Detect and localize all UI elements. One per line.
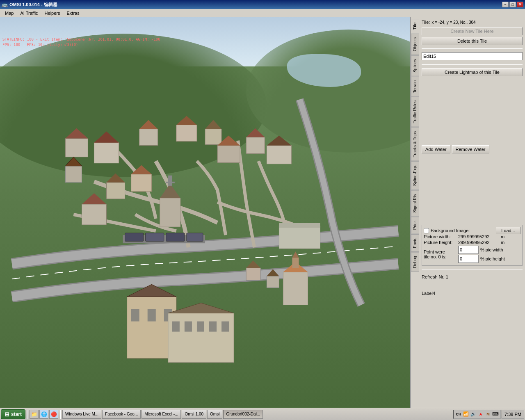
vtab-tile[interactable]: Tile bbox=[411, 19, 419, 33]
svg-rect-36 bbox=[82, 204, 106, 225]
vtab-spline-exp[interactable]: Spline-Exp. bbox=[411, 161, 419, 189]
tray-network[interactable]: 📶 bbox=[463, 411, 469, 418]
taskbar-omsi[interactable]: Omsi bbox=[207, 410, 222, 419]
tray-keyboard[interactable]: ⌨ bbox=[492, 411, 499, 418]
edit-field[interactable] bbox=[422, 52, 523, 60]
svg-marker-52 bbox=[292, 251, 299, 258]
svg-rect-2 bbox=[131, 309, 139, 321]
svg-rect-24 bbox=[205, 129, 221, 145]
vtab-signal-rts[interactable]: Signal Rts bbox=[411, 190, 419, 217]
svg-rect-26 bbox=[217, 146, 240, 163]
point-y-unit: % pic height bbox=[480, 256, 505, 261]
svg-rect-34 bbox=[131, 174, 152, 192]
start-button[interactable]: ⊞ start bbox=[1, 409, 25, 419]
menu-map[interactable]: Map bbox=[2, 10, 17, 16]
system-clock[interactable]: 7:39 PM bbox=[502, 410, 524, 419]
picture-height-value: 299.999995292 bbox=[458, 240, 499, 245]
viewport[interactable]: STATEINFO: 100 - Exit Item: 'SubScene'(N… bbox=[0, 17, 410, 408]
delete-tile-button[interactable]: Delete this Tile bbox=[422, 37, 523, 45]
svg-marker-23 bbox=[176, 116, 197, 125]
separator-1 bbox=[422, 48, 523, 49]
vtab-debug[interactable]: Debug bbox=[411, 252, 419, 272]
debug-line2: FPS: 100 - FPS: 10: (lastyrn/3)(0) bbox=[2, 42, 160, 48]
vtab-envir[interactable]: Envir. bbox=[411, 234, 419, 252]
maximize-button[interactable]: □ bbox=[509, 2, 516, 7]
svg-rect-22 bbox=[176, 125, 197, 142]
close-button[interactable]: ✕ bbox=[517, 2, 523, 7]
taskbar-facebook[interactable]: Facebook - Goo... bbox=[102, 410, 141, 419]
vtab-prior[interactable]: Prior. bbox=[411, 217, 419, 233]
taskbar-facebook-label: Facebook - Goo... bbox=[105, 412, 138, 416]
debug-overlay: STATEINFO: 100 - Exit Item: 'SubScene'(N… bbox=[2, 37, 160, 48]
add-water-button[interactable]: Add Water bbox=[422, 145, 450, 153]
bg-image-label: Background Image: bbox=[431, 228, 470, 233]
menu-ai-traffic[interactable]: AI Traffic bbox=[17, 10, 41, 16]
quicklaunch-ie[interactable]: 🌐 bbox=[39, 410, 48, 419]
taskbar-windows-live[interactable]: Windows Live M... bbox=[62, 410, 101, 419]
tray-sound[interactable]: 🔊 bbox=[470, 411, 477, 418]
taskbar-omsi-label: Omsi bbox=[210, 412, 219, 416]
svg-rect-8 bbox=[185, 322, 192, 332]
quicklaunch-folder[interactable]: 📁 bbox=[30, 410, 39, 419]
taskbar-grundorf[interactable]: Grundorf002-Dai... bbox=[223, 410, 263, 419]
picture-width-label: Picture width: bbox=[424, 234, 457, 239]
tray-antivirus[interactable]: M bbox=[485, 411, 491, 418]
taskbar-right: CH 📶 🔊 A M ⌨ 7:39 PM bbox=[453, 408, 524, 420]
vtab-objects[interactable]: Objects bbox=[411, 34, 419, 55]
tile-info-row: Tile: x = -24, y = 23, No.. 304 bbox=[422, 20, 523, 25]
svg-marker-31 bbox=[267, 136, 291, 146]
spacer-area-2 bbox=[422, 156, 523, 221]
menu-helpers[interactable]: Helpers bbox=[41, 10, 64, 16]
svg-rect-5 bbox=[168, 313, 234, 363]
svg-marker-1 bbox=[127, 284, 176, 297]
svg-marker-48 bbox=[267, 269, 279, 276]
app-title: OMSI 1.00.014 - 编辑器 bbox=[9, 2, 57, 8]
svg-rect-18 bbox=[94, 143, 119, 163]
vtab-traffic-rules[interactable]: Traffic Rules bbox=[411, 97, 419, 127]
lightmap-button[interactable]: Create Lightmap of this Tile bbox=[422, 68, 523, 76]
svg-marker-35 bbox=[131, 165, 152, 174]
vtab-terrain[interactable]: Terrain bbox=[411, 77, 419, 97]
load-button[interactable]: Load... bbox=[496, 227, 520, 234]
edit-field-row bbox=[422, 52, 523, 60]
panel-content: Tile: x = -24, y = 23, No.. 304 Create N… bbox=[419, 17, 525, 408]
svg-rect-11 bbox=[221, 322, 229, 332]
svg-rect-49 bbox=[283, 272, 308, 305]
svg-marker-21 bbox=[139, 120, 158, 129]
tile-value: x = -24, y = 23, No.. 304 bbox=[431, 20, 475, 25]
tray-av[interactable]: A bbox=[477, 411, 484, 418]
vtab-splines[interactable]: Splines bbox=[411, 55, 419, 76]
point-x-input[interactable] bbox=[458, 246, 479, 254]
taskbar-excel-label: Microsoft Excel -... bbox=[144, 412, 178, 416]
svg-rect-30 bbox=[267, 146, 291, 164]
spacer-3 bbox=[422, 281, 523, 289]
picture-width-unit: m bbox=[501, 234, 504, 239]
minimize-button[interactable]: − bbox=[502, 2, 509, 7]
remove-water-button[interactable]: Remove Water bbox=[452, 145, 489, 153]
menu-extras[interactable]: Extras bbox=[64, 10, 83, 16]
taskbar-excel[interactable]: Microsoft Excel -... bbox=[142, 410, 181, 419]
svg-rect-7 bbox=[172, 322, 180, 332]
water-buttons-row: Add Water Remove Water bbox=[422, 145, 523, 153]
separator-2 bbox=[422, 64, 523, 65]
taskbar-grundorf-label: Grundorf002-Dai... bbox=[226, 412, 260, 416]
svg-marker-19 bbox=[94, 132, 119, 143]
create-tile-button[interactable]: Create New Tile Here bbox=[422, 27, 523, 35]
svg-marker-37 bbox=[82, 193, 106, 204]
taskbar-omsi100[interactable]: Omsi 1.00 bbox=[182, 410, 206, 419]
svg-rect-9 bbox=[197, 322, 204, 332]
picture-height-label: Picture height: bbox=[424, 240, 457, 245]
svg-rect-15 bbox=[166, 182, 175, 183]
quicklaunch-chrome[interactable]: 🔴 bbox=[49, 410, 58, 419]
debug-line1: STATEINFO: 100 - Exit Item: 'SubScene'(N… bbox=[2, 37, 160, 42]
vtab-tracks-trips[interactable]: Tracks & Trips bbox=[411, 128, 419, 161]
svg-marker-6 bbox=[168, 303, 234, 313]
point-y-input[interactable] bbox=[458, 255, 479, 263]
svg-rect-51 bbox=[292, 258, 299, 268]
separator-3 bbox=[422, 269, 523, 269]
background-image-checkbox[interactable] bbox=[424, 228, 429, 233]
svg-marker-29 bbox=[246, 128, 265, 137]
svg-marker-25 bbox=[205, 120, 221, 129]
svg-rect-12 bbox=[160, 198, 180, 227]
picture-width-value: 299.999995292 bbox=[458, 234, 499, 239]
